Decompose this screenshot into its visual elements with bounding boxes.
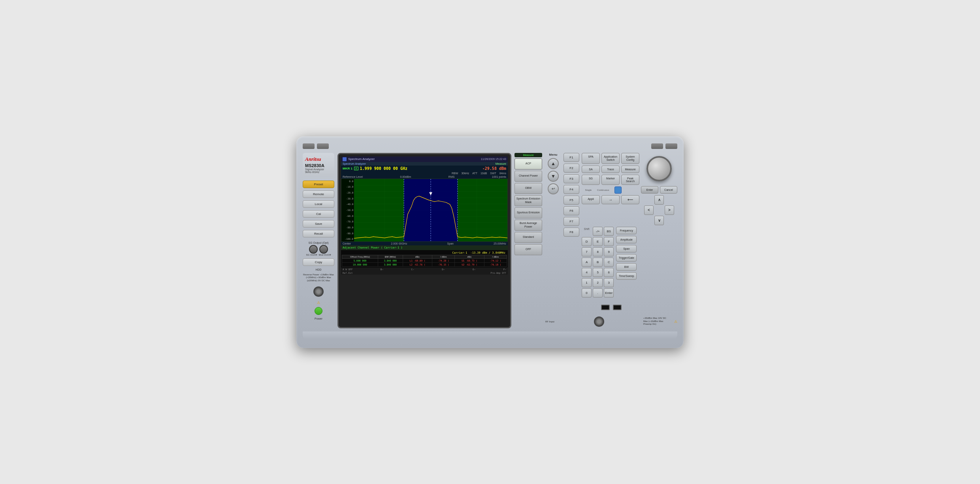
amplitude-button[interactable]: Amplitude bbox=[616, 236, 637, 243]
numpad-enter-button[interactable]: Enter bbox=[604, 288, 614, 298]
sa-button[interactable]: SA bbox=[582, 166, 600, 173]
num4-button[interactable]: 4 bbox=[582, 268, 592, 277]
row2-offset: 10.000 000 bbox=[342, 262, 378, 266]
application-switch-button[interactable]: Application Switch bbox=[601, 153, 620, 164]
softkey-spurious-emission[interactable]: Spurious Emission bbox=[514, 207, 542, 218]
system-config-button[interactable]: System Config bbox=[621, 153, 639, 164]
softkey-obw[interactable]: OBW bbox=[514, 183, 542, 194]
arrow-left-button[interactable]: < bbox=[644, 205, 654, 215]
save-button[interactable]: Save bbox=[303, 220, 334, 228]
right-handles bbox=[651, 143, 677, 149]
mod-on-off-button[interactable] bbox=[319, 245, 328, 254]
footer-e: E— bbox=[473, 268, 475, 271]
sg-button[interactable]: SG bbox=[582, 175, 600, 185]
points-label: 1001 points bbox=[492, 175, 506, 178]
num6-button[interactable]: 6 bbox=[604, 268, 614, 277]
arrow-empty-tr bbox=[665, 195, 674, 205]
num7-button[interactable]: 7 bbox=[582, 247, 592, 256]
top-bar bbox=[303, 143, 677, 149]
num3-button[interactable]: 3 bbox=[604, 278, 614, 287]
recall-button[interactable]: Recall bbox=[303, 230, 334, 237]
f4-button[interactable]: F4 bbox=[564, 185, 579, 194]
a-button[interactable]: A bbox=[582, 258, 592, 267]
frequency-button[interactable]: Frequency bbox=[616, 227, 637, 234]
trigger-gate-button[interactable]: Trigger/Gate bbox=[616, 254, 637, 262]
acp-header-text: Adjacent Channel Power ( Carrier-1 ) bbox=[343, 246, 403, 249]
f2-button[interactable]: F2 bbox=[564, 164, 579, 173]
local-button[interactable]: Local bbox=[303, 200, 334, 208]
sg-on-off-label: SG On/Off bbox=[306, 254, 317, 256]
sg-on-off-button[interactable] bbox=[309, 245, 318, 254]
cal-button[interactable]: Cal bbox=[303, 210, 334, 218]
row2-bw: 3.840 000 bbox=[378, 262, 403, 266]
num1-button[interactable]: 1 bbox=[582, 278, 592, 287]
enter-button[interactable]: Enter bbox=[641, 186, 658, 194]
trace-button[interactable]: Trace bbox=[601, 166, 620, 173]
num9-button[interactable]: 9 bbox=[604, 247, 614, 256]
num8-button[interactable]: 8 bbox=[593, 247, 603, 256]
preset-button[interactable]: Preset bbox=[303, 181, 334, 188]
softkey-spectrum-emission[interactable]: Spectrum Emission Mask bbox=[514, 195, 542, 206]
dot-button[interactable]: . bbox=[593, 288, 603, 298]
f7-button[interactable]: F7 bbox=[564, 217, 579, 226]
softkey-channel-power[interactable]: Channel Power bbox=[514, 171, 542, 182]
f5-button[interactable]: F5 bbox=[564, 196, 579, 205]
col-bw: BW (MHz) bbox=[378, 255, 403, 258]
num0-button[interactable]: 0 bbox=[582, 288, 592, 298]
appli-button[interactable]: Appli bbox=[582, 195, 600, 204]
f8-button[interactable]: F8 bbox=[564, 228, 579, 237]
peak-search-button[interactable]: Peak Search bbox=[621, 175, 639, 185]
d-button[interactable]: D bbox=[582, 237, 592, 246]
screen: Spectrum Analyzer 11/26/2009 15:22:43 Sp… bbox=[341, 156, 508, 275]
f-button[interactable]: F bbox=[604, 237, 614, 246]
warning-left: ⚠ bbox=[303, 301, 334, 305]
f1-button[interactable]: F1 bbox=[564, 153, 579, 162]
b-button[interactable]: B bbox=[593, 258, 603, 267]
continuous-label: Continuous bbox=[597, 189, 610, 191]
softkey-standard[interactable]: Standard bbox=[514, 232, 542, 243]
arrow-down-button[interactable]: ∨ bbox=[654, 216, 664, 225]
carrier-label: Carrier-1 bbox=[452, 251, 467, 254]
copy-button[interactable]: Copy bbox=[303, 258, 334, 266]
usb-port-2[interactable] bbox=[613, 305, 622, 310]
remote-button[interactable]: Remote bbox=[303, 190, 334, 198]
arrow-up-button[interactable]: ∧ bbox=[654, 195, 664, 205]
down-nav-button[interactable]: ▼ bbox=[548, 171, 559, 182]
num2-button[interactable]: 2 bbox=[593, 278, 603, 287]
single-button[interactable]: → bbox=[601, 195, 620, 204]
softkey-off[interactable]: OFF bbox=[514, 244, 542, 255]
up-nav-button[interactable]: ▲ bbox=[548, 158, 559, 169]
main-controls-area: SPA Application Switch System Config SA … bbox=[582, 153, 677, 298]
measure-button[interactable]: Measure bbox=[621, 166, 639, 173]
f6-button[interactable]: F6 bbox=[564, 206, 579, 215]
usb-port-1[interactable] bbox=[601, 305, 610, 310]
time-sweep-button[interactable]: Time/Sweep bbox=[616, 272, 637, 280]
ref-level-label: Reference Level bbox=[343, 175, 363, 178]
arrow-right-button[interactable]: > bbox=[665, 205, 674, 215]
spa-button[interactable]: SPA bbox=[582, 153, 600, 164]
main-knob[interactable] bbox=[646, 156, 672, 181]
e-button[interactable]: E bbox=[593, 237, 603, 246]
col-offset: Offset Freq (MHz) bbox=[342, 255, 378, 258]
def-row: D E F bbox=[582, 237, 614, 246]
bs-button[interactable]: BS bbox=[604, 227, 614, 236]
num5-button[interactable]: 5 bbox=[593, 268, 603, 277]
softkey-channel-power-container: Channel Power bbox=[514, 171, 542, 182]
span-button[interactable]: Span bbox=[616, 245, 637, 252]
footer-b: B— bbox=[381, 268, 383, 271]
back-nav-button[interactable]: ↩ bbox=[548, 183, 559, 194]
rf-input-label: RF Input bbox=[545, 320, 554, 323]
c-button[interactable]: C bbox=[604, 258, 614, 267]
softkey-burst-average[interactable]: Burst Average Power bbox=[514, 220, 542, 231]
marker-button[interactable]: Marker bbox=[601, 175, 620, 185]
minus-plus-button[interactable]: -/+ bbox=[593, 227, 603, 236]
row1-bw: 3.840 000 bbox=[378, 258, 403, 262]
cancel-button[interactable]: Cancel bbox=[660, 186, 677, 194]
table-header-row: Offset Freq (MHz) BW (MHz) dBc / dBm dBc… bbox=[342, 255, 507, 258]
bw-button[interactable]: BW bbox=[616, 263, 637, 271]
row2-dbc-l: L2 -62.76 ( bbox=[403, 262, 432, 266]
f3-button[interactable]: F3 bbox=[564, 174, 579, 183]
softkey-acp[interactable]: ACP bbox=[514, 158, 542, 169]
center-value: 2.000 00GHz bbox=[391, 242, 407, 245]
continuous-button[interactable]: ⟵ bbox=[621, 195, 639, 204]
